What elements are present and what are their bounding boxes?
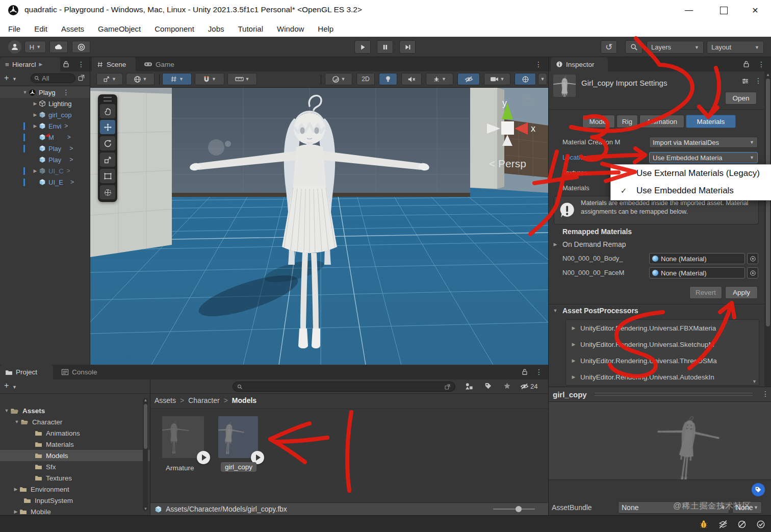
menu-tutorial[interactable]: Tutorial xyxy=(238,24,263,33)
account-avatar[interactable] xyxy=(8,40,21,54)
project-menu-kebab[interactable]: ⋮ xyxy=(535,368,543,376)
status-check-icon[interactable] xyxy=(754,519,768,530)
scroll-down-icon[interactable]: ▼ xyxy=(752,379,757,384)
expand-subassets-badge[interactable] xyxy=(197,451,210,464)
play-button[interactable] xyxy=(354,40,371,54)
hierarchy-row[interactable]: ▶ girl_cop xyxy=(0,109,90,120)
favorites-star-icon[interactable] xyxy=(503,382,511,390)
postprocessor-item[interactable]: ▶UnityEditor.Rendering.Universal.FBXMate… xyxy=(570,320,755,336)
menu-file[interactable]: File xyxy=(8,24,20,33)
tab-animation[interactable]: Animation xyxy=(639,115,684,128)
foldout-open-icon[interactable]: ▼ xyxy=(3,408,10,413)
prefab-nav-arrow[interactable]: > xyxy=(67,134,71,141)
hierarchy-row[interactable]: Play > xyxy=(0,154,90,165)
open-button[interactable]: Open xyxy=(725,92,757,105)
account-dropdown[interactable]: H▼ xyxy=(24,41,46,53)
gizmos-button[interactable] xyxy=(515,73,536,85)
scale-tool-button[interactable] xyxy=(100,153,115,167)
header-menu-kebab[interactable]: ⋮ xyxy=(755,77,762,85)
breadcrumb-character[interactable]: Character xyxy=(188,396,219,404)
close-button[interactable]: ✕ xyxy=(744,3,766,17)
undo-history-button[interactable]: ↺ xyxy=(601,40,617,54)
menu-window[interactable]: Window xyxy=(277,24,304,33)
hierarchy-row[interactable]: ▶ Lighting xyxy=(0,98,90,109)
revert-button[interactable]: Revert xyxy=(689,286,722,299)
layers-dropdown[interactable]: Layers▼ xyxy=(647,41,704,54)
add-asset-button[interactable]: + xyxy=(4,381,9,390)
lock-icon[interactable] xyxy=(742,60,750,68)
assetbundle-tag-button[interactable] xyxy=(752,483,765,496)
lock-icon[interactable] xyxy=(62,60,70,68)
scene-menu-kebab[interactable]: ⋮ xyxy=(63,88,70,96)
view-tool-button[interactable] xyxy=(100,104,115,118)
hierarchy-row[interactable]: M > xyxy=(0,132,90,143)
hierarchy-row-scene[interactable]: ▼ Playg ⋮ xyxy=(0,87,90,98)
scene-viewport[interactable]: y x < Persp xyxy=(90,88,548,365)
prefab-nav-arrow[interactable]: > xyxy=(67,167,70,174)
toggle-2d-button[interactable]: 2D xyxy=(356,73,375,85)
prefab-nav-arrow[interactable]: > xyxy=(69,156,73,163)
inspector-scrollbar[interactable]: ▲ xyxy=(764,71,771,387)
menu-jobs[interactable]: Jobs xyxy=(208,24,224,33)
postprocessor-item[interactable]: ▶UnityEditor.Rendering.Universal.Sketchu… xyxy=(570,336,755,352)
maximize-button[interactable] xyxy=(713,3,734,17)
menu-help[interactable]: Help xyxy=(318,24,333,33)
tab-inspector[interactable]: Inspector xyxy=(551,57,608,71)
menu-assets[interactable]: Assets xyxy=(61,24,84,33)
menu-edit[interactable]: Edit xyxy=(34,24,47,33)
foldout-open-icon[interactable]: ▼ xyxy=(21,90,29,95)
foldout-closed-icon[interactable]: ▶ xyxy=(32,101,39,106)
inspector-menu-kebab[interactable]: ⋮ xyxy=(758,60,765,68)
foldout-closed-icon[interactable]: ▶ xyxy=(12,487,19,492)
prefab-nav-arrow[interactable]: > xyxy=(69,145,73,152)
location-dropdown[interactable]: Use Embedded Materia▼ xyxy=(649,152,758,163)
search-button[interactable] xyxy=(625,40,642,54)
step-button[interactable] xyxy=(399,40,416,54)
grid-visibility-button[interactable]: ▼ xyxy=(162,73,192,85)
hierarchy-menu-kebab[interactable]: ⋮ xyxy=(78,60,85,68)
chevron-down-icon[interactable]: ▼ xyxy=(12,77,17,82)
tab-scene[interactable]: Scene xyxy=(92,57,136,71)
scrollbar-thumb[interactable] xyxy=(766,79,770,326)
transform-tool-button[interactable] xyxy=(100,185,115,199)
foldout-closed-icon[interactable]: ▶ xyxy=(552,242,559,247)
search-by-type-icon[interactable] xyxy=(465,382,474,390)
preview-menu-kebab[interactable]: ⋮ xyxy=(762,390,769,398)
object-picker-button[interactable] xyxy=(747,253,758,264)
gizmos-dropdown[interactable]: ▼ xyxy=(538,73,547,85)
tree-item-mobile[interactable]: ▶ Mobile xyxy=(0,506,150,515)
foldout-open-icon[interactable]: ▼ xyxy=(13,419,20,424)
hierarchy-row[interactable]: UI_E > xyxy=(0,176,90,188)
tab-game[interactable]: Game xyxy=(139,57,183,71)
tree-item-inputsystem[interactable]: InputSystem xyxy=(0,495,150,506)
tree-item-environment[interactable]: ▶ Environment xyxy=(0,484,150,495)
picker-icon[interactable] xyxy=(444,384,451,390)
picker-icon[interactable] xyxy=(78,74,85,82)
hidden-count-toggle[interactable]: 24 xyxy=(520,383,537,390)
foldout-closed-icon[interactable]: ▶ xyxy=(32,112,39,117)
prefab-nav-arrow[interactable]: > xyxy=(70,179,74,186)
breadcrumb-assets[interactable]: Assets xyxy=(155,396,176,404)
shading-mode-button[interactable]: ▼ xyxy=(325,73,352,85)
tab-model[interactable]: Model xyxy=(582,115,615,128)
prefab-nav-arrow[interactable]: > xyxy=(64,122,68,130)
chevron-down-icon[interactable]: ▼ xyxy=(12,385,17,390)
foldout-open-icon[interactable]: ▼ xyxy=(552,308,559,313)
tree-item-animations[interactable]: Animations xyxy=(0,427,150,439)
hierarchy-row[interactable]: ▶ UI_C > xyxy=(0,165,90,176)
menu-component[interactable]: Component xyxy=(155,24,194,33)
preview-viewport[interactable] xyxy=(549,402,771,479)
notifications-muted-icon[interactable] xyxy=(735,519,749,530)
tree-item-models-selected[interactable]: Models xyxy=(0,450,150,461)
menu-gameobject[interactable]: GameObject xyxy=(98,24,141,33)
hierarchy-row[interactable]: Play > xyxy=(0,143,90,154)
apply-button[interactable]: Apply xyxy=(725,286,758,299)
hierarchy-row[interactable]: ▶ Envi > xyxy=(0,120,90,132)
search-by-label-icon[interactable] xyxy=(484,382,492,390)
material-creation-dropdown[interactable]: Import via MaterialDes▼ xyxy=(649,137,758,148)
scene-effects-button[interactable]: ▼ xyxy=(426,73,453,85)
material-slot-field[interactable]: None (Material) xyxy=(649,253,745,264)
menu-item-embedded-materials[interactable]: ✓ Use Embedded Materials xyxy=(611,182,771,199)
project-search-input[interactable] xyxy=(233,382,455,392)
scene-menu-kebab[interactable]: ⋮ xyxy=(535,60,542,68)
